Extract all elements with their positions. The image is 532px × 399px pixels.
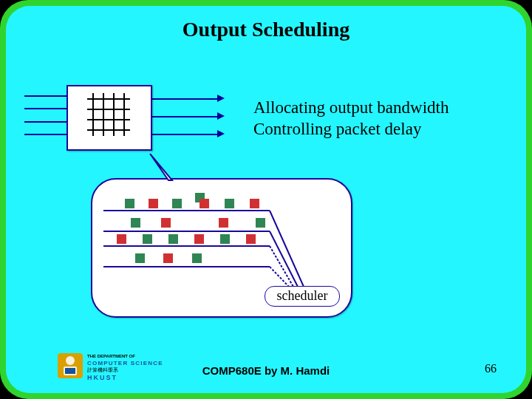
arrowhead-icon	[217, 130, 225, 137]
arrowhead-icon	[217, 112, 225, 120]
packet-square	[200, 199, 209, 208]
packet-square	[161, 218, 171, 228]
output-wire	[151, 116, 217, 117]
packet-square	[194, 234, 204, 244]
packet-square	[256, 218, 265, 228]
packet-square	[143, 234, 152, 244]
input-wire	[24, 134, 66, 135]
arrowhead-icon	[217, 95, 225, 102]
page-number: 66	[485, 362, 497, 375]
bullet-list: Allocating output bandwidth Controlling …	[253, 98, 449, 140]
input-wire	[24, 121, 66, 123]
packet-square	[149, 199, 158, 208]
packet-square	[125, 199, 134, 208]
packet-square	[250, 199, 259, 208]
packet-square	[163, 253, 173, 263]
svg-line-16	[270, 267, 289, 287]
bullet-line: Controlling packet delay	[253, 119, 449, 140]
packet-square	[131, 218, 140, 228]
input-wire	[24, 95, 66, 97]
packet-square	[219, 218, 228, 228]
footer-text: COMP680E by M. Hamdi	[6, 364, 526, 377]
packet-square	[246, 234, 256, 244]
crossbar-grid-icon	[87, 93, 130, 136]
packet-square	[172, 199, 182, 208]
bullet-line: Allocating output bandwidth	[253, 98, 449, 119]
packet-square	[220, 234, 230, 244]
packet-square	[192, 253, 202, 263]
scheduler-label: scheduler	[265, 286, 340, 307]
output-wire	[151, 134, 217, 135]
svg-line-15	[270, 246, 293, 287]
svg-marker-8	[150, 154, 172, 180]
logo-top-line: THE DEPARTMENT OF	[87, 354, 135, 358]
packet-square	[117, 234, 126, 244]
callout-tail-icon	[146, 154, 176, 183]
packet-square	[168, 234, 178, 244]
input-wire	[24, 108, 66, 109]
slide-border: Output Scheduling Allocating output band…	[0, 0, 532, 399]
svg-line-14	[270, 231, 298, 287]
slide-background: Output Scheduling Allocating output band…	[6, 6, 526, 393]
packet-square	[225, 199, 234, 208]
output-wire	[151, 98, 217, 100]
slide-title: Output Scheduling	[6, 18, 526, 41]
packet-square	[135, 253, 145, 263]
